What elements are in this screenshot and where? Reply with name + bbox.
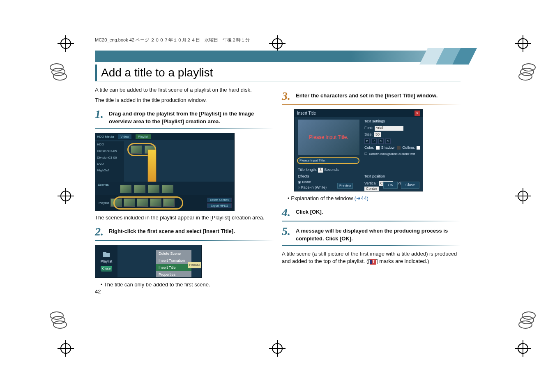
registration-mark: [269, 340, 286, 357]
title-length-label: Title length:: [298, 168, 317, 172]
note-text: • Explanation of the window: [288, 195, 355, 201]
menu-item-delete: Delete Scene: [156, 250, 191, 257]
step5-body: A title scene (a still picture of the fi…: [282, 250, 461, 266]
step-number: 2.: [95, 226, 106, 238]
effects-heading: Effects: [298, 174, 327, 180]
color-label: Color:: [364, 145, 374, 150]
step-divider: [95, 128, 274, 129]
registration-mark: [58, 188, 74, 204]
fig2-context-menu: Delete Scene Insert Transition Insert Ti…: [156, 250, 191, 278]
fig1-toolbar-label: HDD Media: [97, 134, 114, 139]
step-5: 5. A message will be displayed when the …: [282, 226, 461, 243]
step-number: 3.: [282, 90, 292, 102]
step-divider: [282, 221, 461, 221]
body-text: ] marks are indicated.): [376, 258, 429, 264]
svg-point-3: [522, 64, 535, 71]
seconds-label: Seconds: [324, 168, 339, 172]
registration-mark: [58, 35, 74, 52]
fig3-ok-button: OK: [383, 182, 398, 189]
fig3-text-settings: Text settings Font:Arial Size:50 B I S S…: [364, 119, 420, 158]
step-text: Right-click the first scene and select […: [109, 226, 274, 235]
step-divider: [282, 104, 461, 105]
svg-point-4: [520, 68, 534, 76]
outline-label: Outline:: [402, 145, 415, 150]
tree-item: Division03-06: [95, 154, 124, 161]
fig1-delete-button: Delete Scenes: [207, 198, 232, 202]
svg-point-7: [52, 316, 65, 324]
vertical-label: Vertical:: [364, 181, 378, 185]
svg-point-6: [50, 312, 63, 319]
fig1-thumbnail: [134, 185, 145, 193]
text-position-heading: Text position: [364, 174, 423, 179]
binder-rings-icon: [49, 62, 70, 82]
step-number: 5.: [282, 226, 292, 237]
fig2-tooltip: Park03: [188, 262, 201, 268]
settings-heading: Text settings: [364, 119, 420, 124]
size-label: Size:: [364, 132, 373, 137]
fig3-input-highlight: Please Input Title.: [297, 157, 359, 164]
fig3-preview-text: Please Input Title.: [309, 134, 348, 140]
size-value: 50: [374, 132, 381, 137]
tree-item: HDD: [95, 141, 124, 148]
fig3-buttons: OK Close: [383, 182, 419, 189]
fig1-highlight-target: [113, 196, 183, 210]
folder-icon: [103, 251, 110, 257]
step1-caption: The scenes included in the playlist appe…: [95, 214, 274, 222]
step-number: 4.: [282, 207, 292, 218]
fig1-tab: Playlist: [136, 134, 151, 139]
right-column: 3. Enter the characters and set in the […: [282, 86, 461, 291]
tree-item: DVD: [95, 161, 124, 167]
menu-item-insert-title: Insert Title: [156, 264, 191, 271]
fig2-sidebar: Playlist Close: [95, 245, 117, 277]
page-title-row: Add a title to a playlist: [95, 65, 461, 81]
fig1-thumbnail: [120, 185, 131, 193]
title-length-value: 3: [318, 168, 323, 173]
darken-checkbox-label: Darken background around text: [369, 152, 415, 157]
fig1-thumbnail: [162, 185, 173, 193]
fig3-preview-button: Preview: [337, 183, 353, 189]
svg-rect-16: [103, 252, 106, 254]
effect-fade-black: Fade-in (Black): [301, 191, 326, 192]
shadow-label: Shadow:: [381, 145, 396, 150]
step-text: Drag and drop the playlist from the [Pla…: [109, 108, 274, 126]
effect-fade-white: Fade-in (White): [301, 185, 327, 189]
tree-item: HighDef: [95, 167, 124, 174]
fig3-title-length: Title length: 3 Seconds: [298, 167, 339, 173]
section-bar-decoration: [419, 48, 477, 65]
step-divider: [95, 240, 274, 241]
fig3-title: Insert Title: [297, 111, 316, 117]
effect-none: None: [302, 180, 311, 184]
svg-point-5: [519, 73, 532, 80]
intro-p1: A title can be added to the first scene …: [95, 86, 274, 94]
registration-mark: [515, 35, 531, 52]
font-value: Arial: [375, 126, 403, 131]
menu-item-properties: Properties: [156, 271, 191, 278]
doc-header-line: MC20_eng.book 42 ページ ２００７年１０月２４日 水曜日 午後２…: [95, 37, 461, 43]
tree-item: Division03-05: [95, 148, 124, 154]
fig1-thumbnail: [148, 185, 159, 193]
registration-mark: [515, 340, 531, 357]
stroke-toggle: S: [385, 138, 391, 144]
step-text: Click [OK].: [296, 207, 461, 216]
fig1-export-button: Export MPEG: [207, 203, 232, 208]
step-2: 2. Right-click the first scene and selec…: [95, 226, 274, 238]
fig3-close-button: Close: [401, 182, 419, 189]
intro-p2: The title is added in the title producti…: [95, 97, 274, 104]
figure-insert-title-dialog: Insert Title × Please Input Title. Text …: [294, 109, 423, 191]
page-link[interactable]: (➜44): [355, 195, 368, 201]
step-divider: [282, 245, 461, 246]
shadow-toggle: S: [378, 138, 384, 144]
step-4: 4. Click [OK].: [282, 207, 461, 218]
page-title: Add a title to a playlist: [101, 66, 461, 79]
svg-point-1: [52, 68, 65, 76]
binder-rings-icon: [516, 310, 536, 330]
step2-note: • The title can only be added to the fir…: [99, 281, 274, 289]
svg-point-2: [53, 73, 67, 80]
fig2-close-button: Close: [101, 266, 112, 272]
step-text: A message will be displayed when the pro…: [296, 226, 461, 243]
fig3-preview: Please Input Title.: [298, 120, 359, 155]
fig3-titlebar: Insert Title ×: [295, 110, 423, 117]
close-icon: ×: [415, 111, 420, 116]
fig1-playlist-label: Playlist: [99, 201, 109, 205]
left-column: A title can be added to the first scene …: [95, 86, 274, 291]
